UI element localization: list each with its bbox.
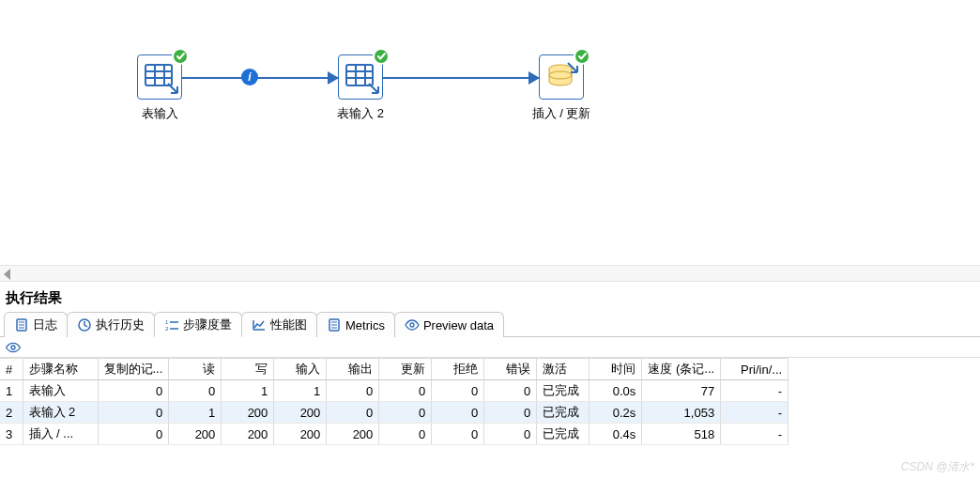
column-header-name[interactable]: 步骤名称 — [23, 359, 98, 380]
step-label: 插入 / 更新 — [524, 105, 599, 122]
column-header-write[interactable]: 写 — [222, 359, 274, 380]
eye-icon — [405, 317, 420, 332]
cell-idx: 2 — [0, 402, 23, 424]
cell-upd: 0 — [379, 402, 432, 424]
doc-icon — [14, 317, 29, 332]
cell-rej: 0 — [432, 380, 484, 402]
tab-metrics2[interactable]: Metrics — [316, 312, 395, 337]
cell-in: 1 — [274, 380, 327, 402]
tab-label: Metrics — [345, 318, 385, 332]
cell-read: 200 — [169, 424, 222, 445]
cell-read: 1 — [169, 402, 222, 424]
column-header-out[interactable]: 输出 — [327, 359, 379, 380]
cell-write: 200 — [222, 424, 274, 445]
cell-copy: 0 — [98, 380, 169, 402]
tab-preview[interactable]: Preview data — [394, 312, 504, 337]
cell-speed: 518 — [642, 424, 721, 445]
step-metrics-table[interactable]: #步骤名称复制的记...读写输入输出更新拒绝错误激活时间速度 (条记...Pri… — [0, 358, 789, 445]
cell-time: 0.2s — [590, 402, 642, 424]
column-header-err[interactable]: 错误 — [484, 359, 537, 380]
step-node-n1[interactable]: 表输入 — [122, 54, 197, 122]
tab-label: 日志 — [33, 317, 57, 333]
cell-upd: 0 — [379, 380, 432, 402]
step-node-n3[interactable]: 插入 / 更新 — [524, 54, 599, 122]
cell-err: 0 — [484, 380, 537, 402]
canvas-horizontal-scrollbar[interactable] — [0, 265, 980, 282]
cell-err: 0 — [484, 402, 537, 424]
transformation-canvas[interactable]: 表输入表输入 2插入 / 更新i — [0, 0, 980, 265]
step-node-n2[interactable]: 表输入 2 — [323, 54, 398, 122]
cell-out: 0 — [327, 402, 379, 424]
column-header-pri[interactable]: Pri/in/... — [721, 359, 789, 380]
cell-name: 表输入 — [23, 380, 98, 402]
list-num-icon — [164, 317, 179, 332]
table-row[interactable]: 2表输入 2012002000000已完成0.2s1,053- — [0, 402, 789, 424]
tab-metrics[interactable]: 步骤度量 — [154, 312, 242, 337]
tab-perf[interactable]: 性能图 — [241, 312, 317, 337]
results-tabs: 日志执行历史步骤度量性能图MetricsPreview data — [0, 311, 980, 337]
tab-label: 执行历史 — [96, 317, 145, 333]
table-row[interactable]: 3插入 / ...0200200200200000已完成0.4s518- — [0, 424, 789, 445]
step-icon — [338, 54, 383, 100]
cell-speed: 1,053 — [642, 402, 721, 424]
hop-info-icon[interactable]: i — [241, 69, 258, 85]
cell-write: 200 — [222, 402, 274, 424]
cell-speed: 77 — [642, 380, 721, 402]
cell-idx: 1 — [0, 380, 23, 402]
column-header-upd[interactable]: 更新 — [379, 359, 432, 380]
cell-upd: 0 — [379, 424, 432, 445]
cell-err: 0 — [484, 424, 537, 445]
cell-out: 0 — [327, 380, 379, 402]
cell-rej: 0 — [432, 402, 484, 424]
cell-name: 表输入 2 — [23, 402, 98, 424]
svg-point-0 — [11, 346, 15, 349]
doc-icon — [327, 317, 342, 332]
toolbar-row — [0, 337, 980, 358]
cell-in: 200 — [274, 402, 327, 424]
success-badge-icon — [373, 48, 390, 65]
cell-pri: - — [721, 424, 789, 445]
cell-name: 插入 / ... — [23, 424, 98, 445]
cell-time: 0.0s — [590, 380, 642, 402]
hop-n1-n2[interactable]: i — [182, 77, 338, 79]
column-header-time[interactable]: 时间 — [590, 359, 642, 380]
tab-log[interactable]: 日志 — [4, 312, 68, 337]
clock-icon — [77, 317, 92, 332]
cell-copy: 0 — [98, 424, 169, 445]
cell-out: 200 — [327, 424, 379, 445]
column-header-rej[interactable]: 拒绝 — [432, 359, 484, 380]
arrow-head-icon — [328, 71, 339, 85]
column-header-idx[interactable]: # — [0, 359, 23, 380]
cell-rej: 0 — [432, 424, 484, 445]
cell-time: 0.4s — [590, 424, 642, 445]
column-header-in[interactable]: 输入 — [274, 359, 327, 380]
cell-idx: 3 — [0, 424, 23, 445]
step-icon — [137, 54, 182, 100]
chart-icon — [252, 317, 267, 332]
arrow-head-icon — [528, 71, 540, 85]
success-badge-icon — [574, 48, 590, 65]
results-panel-title: 执行结果 — [0, 282, 980, 311]
cell-pri: - — [721, 380, 789, 402]
tab-label: 性能图 — [270, 317, 307, 333]
column-header-copy[interactable]: 复制的记... — [98, 359, 169, 380]
table-row[interactable]: 1表输入00110000已完成0.0s77- — [0, 380, 789, 402]
step-icon — [539, 54, 584, 100]
view-icon[interactable] — [6, 340, 21, 355]
cell-in: 200 — [274, 424, 327, 445]
cell-act: 已完成 — [537, 402, 590, 424]
watermark: CSDN @清水* — [901, 459, 974, 475]
cell-pri: - — [721, 402, 789, 424]
tab-history[interactable]: 执行历史 — [67, 312, 155, 337]
scroll-left-arrow-icon[interactable] — [4, 269, 10, 280]
column-header-read[interactable]: 读 — [169, 359, 222, 380]
hop-n2-n3[interactable] — [383, 77, 539, 79]
cell-read: 0 — [169, 380, 222, 402]
cell-act: 已完成 — [537, 424, 590, 445]
cell-act: 已完成 — [537, 380, 590, 402]
step-label: 表输入 2 — [323, 105, 398, 122]
column-header-speed[interactable]: 速度 (条记... — [642, 359, 721, 380]
cell-copy: 0 — [98, 402, 169, 424]
tab-label: 步骤度量 — [183, 317, 232, 333]
column-header-act[interactable]: 激活 — [537, 359, 590, 380]
